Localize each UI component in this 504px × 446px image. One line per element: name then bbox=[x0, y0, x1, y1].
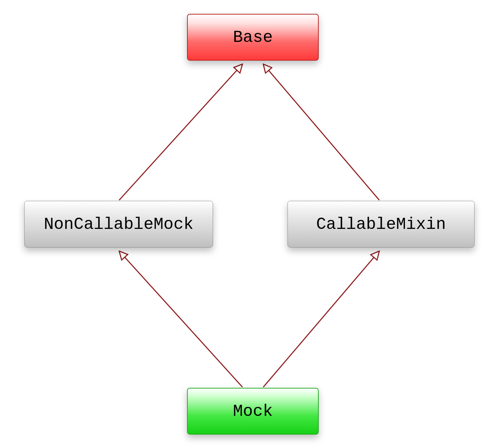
node-noncallablemock: NonCallableMock bbox=[24, 201, 213, 248]
edge-mock-to-ncm bbox=[119, 251, 242, 387]
node-mock: Mock bbox=[187, 388, 319, 435]
edge-ncm-to-base bbox=[119, 64, 242, 200]
node-base-label: Base bbox=[233, 28, 273, 47]
node-callablemixin-label: CallableMixin bbox=[316, 215, 446, 234]
node-callablemixin: CallableMixin bbox=[288, 201, 475, 248]
edge-cm-to-base bbox=[263, 64, 379, 200]
edge-mock-to-cm bbox=[263, 251, 379, 387]
node-base: Base bbox=[187, 14, 319, 61]
node-mock-label: Mock bbox=[233, 402, 273, 421]
node-noncallablemock-label: NonCallableMock bbox=[44, 215, 193, 234]
